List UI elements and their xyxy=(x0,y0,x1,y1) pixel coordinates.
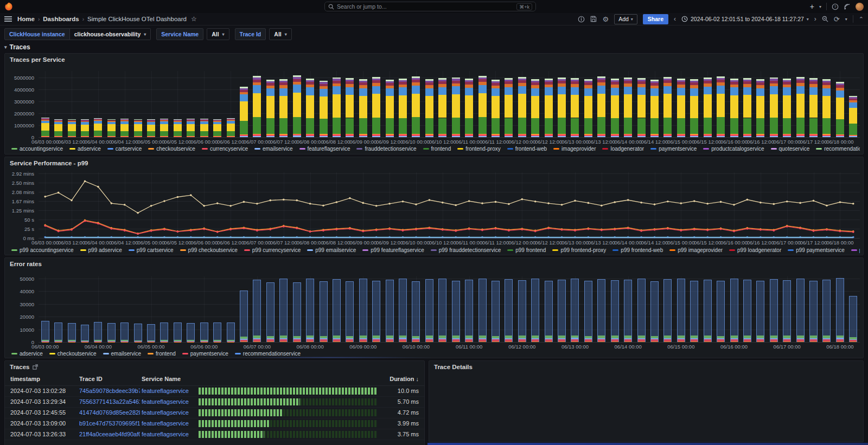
zoom-out-icon[interactable] xyxy=(822,16,828,22)
cell-service-name-link[interactable]: featureflagservice xyxy=(142,409,189,416)
legend-swatch xyxy=(356,148,362,150)
legend-item[interactable]: loadgenerator xyxy=(602,146,644,152)
legend-item[interactable]: p99 paymentservice xyxy=(788,247,845,253)
legend-item[interactable]: p99 frontend-web xyxy=(612,247,663,253)
share-button[interactable]: Share xyxy=(643,14,668,24)
column-header-duration[interactable]: Duration ↓ xyxy=(390,376,419,382)
bar-segment-frontend-proxy xyxy=(386,96,394,118)
bar-segment-imageprovider xyxy=(213,121,221,122)
column-header-service-name[interactable]: Service Name xyxy=(142,376,181,382)
legend-item[interactable]: cartservice xyxy=(107,146,142,152)
help-icon[interactable]: ? xyxy=(832,3,839,10)
legend-item[interactable]: paymentservice xyxy=(650,146,697,152)
search-input[interactable] xyxy=(337,3,514,10)
legend-item[interactable]: p99 currencyservice xyxy=(244,247,301,253)
legend-item[interactable]: currencyservice xyxy=(202,146,248,152)
series-point xyxy=(442,202,444,204)
cell-trace-id-link[interactable]: 75563771413a22a54618... xyxy=(79,398,140,405)
legend-item[interactable]: emailservice xyxy=(254,146,293,152)
grafana-logo[interactable] xyxy=(4,2,13,11)
legend-item[interactable]: quoteservice xyxy=(771,146,810,152)
legend-item[interactable]: p99 featureflagservice xyxy=(362,247,424,253)
column-header-timestamp[interactable]: timestamp xyxy=(10,376,40,382)
legend-item[interactable]: p99 cartservice xyxy=(129,247,174,253)
legend-item[interactable]: frontend-proxy xyxy=(457,146,500,152)
duration-gauge xyxy=(199,420,376,427)
panel-title[interactable]: Traces xyxy=(10,364,38,370)
add-new-icon[interactable]: + xyxy=(810,3,814,10)
table-row[interactable]: 2024-07-03 13:02:28745a59078cbdeec39b7..… xyxy=(5,386,424,397)
cell-trace-id-link[interactable]: 745a59078cbdeec39b7... xyxy=(79,388,140,394)
legend-item[interactable]: emailservice xyxy=(103,351,142,357)
collapse-toolbar-icon[interactable]: ⌃ xyxy=(859,16,864,22)
favorite-star-icon[interactable]: ☆ xyxy=(191,16,197,22)
table-row[interactable]: 2024-07-03 13:26:3321ff4a0ceeaeb4fd90af0… xyxy=(5,429,424,440)
legend-item[interactable]: p99 productcatalogservice xyxy=(851,247,860,253)
legend-item[interactable]: recommendationservice xyxy=(816,146,860,152)
column-header-trace-id[interactable]: Trace ID xyxy=(79,376,103,382)
chart-plot-area[interactable]: 0100002000030000400005000006/03 00:0006/… xyxy=(5,258,863,358)
table-row[interactable]: 2024-07-03 12:45:5541474d0769d85ee2828..… xyxy=(5,408,424,418)
cell-service-name-link[interactable]: featureflagservice xyxy=(142,388,189,394)
user-avatar[interactable] xyxy=(856,3,864,11)
legend-item[interactable]: p99 checkoutservice xyxy=(180,247,238,253)
bar-segment-frontend-web xyxy=(438,87,446,95)
legend-item[interactable]: checkoutservice xyxy=(49,351,97,357)
panel-links-icon[interactable] xyxy=(33,364,38,370)
chart-plot-area[interactable]: 0 ms25 s50 s1.25 mins1.67 mins2.08 mins2… xyxy=(5,157,863,255)
settings-gear-icon[interactable]: ⚙ xyxy=(602,16,609,23)
legend-item[interactable]: p99 frauddetectionservice xyxy=(431,247,501,253)
legend-item[interactable]: imageprovider xyxy=(553,146,596,152)
legend-item[interactable]: frauddetectionservice xyxy=(356,146,416,152)
legend-item[interactable]: p99 accountingservice xyxy=(11,247,74,253)
legend-item[interactable]: frontend xyxy=(423,146,451,152)
breadcrumb-home[interactable]: Home xyxy=(17,16,35,22)
variable-value-dropdown[interactable]: All▾ xyxy=(207,28,229,40)
legend-item[interactable]: featureflagservice xyxy=(299,146,350,152)
legend-item[interactable]: productcatalogservice xyxy=(703,146,764,152)
cell-trace-id-link[interactable]: 21ff4a0ceeaeb4fd90af0... xyxy=(79,431,140,437)
legend-item[interactable]: p99 loadgenerator xyxy=(729,247,781,253)
legend-item[interactable]: adservice xyxy=(69,146,101,152)
legend-item[interactable]: frontend-web xyxy=(507,146,547,152)
legend-item[interactable]: p99 adservice xyxy=(80,247,122,253)
add-new-caret-icon[interactable]: ▾ xyxy=(819,4,821,9)
refresh-icon[interactable]: ⟳ xyxy=(834,16,840,23)
panel-insights-icon[interactable] xyxy=(578,16,585,23)
bar-segment-frontend-web xyxy=(770,86,778,94)
legend-item[interactable]: adservice xyxy=(11,351,43,357)
menu-icon[interactable] xyxy=(4,16,12,22)
add-button[interactable]: Add▾ xyxy=(614,14,637,24)
legend-item[interactable]: p99 frontend-proxy xyxy=(552,247,606,253)
legend-item[interactable]: p99 emailservice xyxy=(307,247,356,253)
legend-item[interactable]: checkoutservice xyxy=(148,146,195,152)
legend-item[interactable]: recommendationservice xyxy=(235,351,301,357)
legend-item[interactable]: p99 frontend xyxy=(507,247,546,253)
cell-trace-id-link[interactable]: b91ce47d753709695f1d... xyxy=(79,420,140,427)
variable-value-dropdown[interactable]: All▾ xyxy=(269,28,291,40)
save-icon[interactable] xyxy=(590,16,597,22)
legend-item[interactable]: paymentservice xyxy=(182,351,228,357)
panel-title[interactable]: Trace Details xyxy=(434,364,473,370)
refresh-interval-caret-icon[interactable]: ▾ xyxy=(845,17,847,22)
cell-trace-id-link[interactable]: 41474d0769d85ee2828... xyxy=(79,409,140,416)
table-row[interactable]: 2024-07-03 13:09:00b91ce47d753709695f1d.… xyxy=(5,418,424,429)
section-row-traces[interactable]: ▾ Traces xyxy=(4,43,30,51)
cell-service-name-link[interactable]: featureflagservice xyxy=(142,431,189,437)
news-icon[interactable] xyxy=(844,3,851,10)
legend-swatch xyxy=(703,148,709,150)
legend-item[interactable]: p99 imageprovider xyxy=(669,247,723,253)
time-back-icon[interactable]: ‹ xyxy=(674,16,676,22)
time-forward-icon[interactable]: › xyxy=(814,16,816,22)
cell-service-name-link[interactable]: featureflagservice xyxy=(142,398,189,405)
chart-plot-area[interactable]: 01000000200000030000004000000500000006/0… xyxy=(5,54,863,154)
variable-value-dropdown[interactable]: clickhouse-observability▾ xyxy=(70,28,151,40)
search-bar[interactable]: ⌘+k xyxy=(324,2,536,11)
table-row[interactable]: 2024-07-03 13:29:3475563771413a22a54618.… xyxy=(5,397,424,408)
cell-service-name-link[interactable]: featureflagservice xyxy=(142,420,189,427)
breadcrumb-dashboards[interactable]: Dashboards xyxy=(43,16,79,22)
time-range-picker[interactable]: 2024-06-02 12:01:51 to 2024-06-18 11:27:… xyxy=(681,16,809,22)
bar-segment-paymentservice xyxy=(492,136,500,137)
legend-item[interactable]: frontend xyxy=(148,351,176,357)
legend-item[interactable]: accountingservice xyxy=(11,146,63,152)
